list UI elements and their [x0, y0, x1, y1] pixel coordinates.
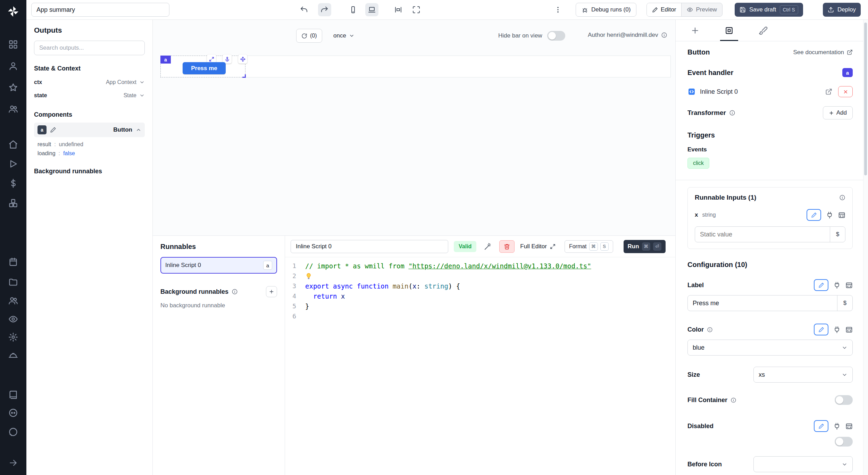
insert-component-tab[interactable] — [686, 20, 704, 41]
fill-container-toggle[interactable] — [835, 395, 853, 405]
more-menu-button[interactable] — [551, 3, 565, 16]
format-button[interactable]: Format ⌘ S — [565, 240, 613, 253]
static-input-mode-button[interactable] — [807, 209, 821, 221]
search-outputs-input[interactable] — [34, 41, 145, 55]
styling-tab[interactable] — [754, 20, 772, 41]
align-center-icon — [394, 6, 402, 14]
desktop-view-button[interactable] — [365, 3, 378, 16]
code-area[interactable]: 1 // import * as wmill from "https://den… — [285, 257, 675, 321]
color-eval-mode-button[interactable] — [845, 326, 853, 333]
app-canvas[interactable]: (0) once Hide bar on view Author henri@w… — [153, 20, 675, 235]
info-icon[interactable] — [232, 289, 238, 295]
sidebar-item-schedules[interactable] — [5, 254, 21, 269]
script-name-input[interactable] — [291, 240, 448, 253]
component-row-a[interactable]: a Button — [34, 123, 145, 137]
sidebar-item-discord[interactable] — [5, 405, 21, 420]
sidebar-collapse-button[interactable] — [5, 455, 21, 470]
fit-view-button[interactable] — [410, 3, 423, 16]
color-static-mode-button[interactable] — [814, 324, 828, 335]
align-center-button[interactable] — [392, 3, 405, 16]
debug-runs-button[interactable]: Debug runs (0) — [576, 3, 636, 17]
info-icon[interactable] — [731, 397, 736, 403]
sidebar-item-grid[interactable] — [5, 37, 21, 52]
size-select[interactable]: xs — [753, 367, 853, 383]
sidebar-item-groups[interactable] — [5, 101, 21, 117]
sidebar-item-github[interactable] — [5, 424, 21, 440]
anchor-icon — [225, 57, 230, 62]
disabled-eval-mode-button[interactable] — [845, 423, 853, 430]
eval-input-mode-button[interactable] — [838, 211, 845, 219]
resize-handle[interactable] — [242, 74, 246, 78]
disabled-static-mode-button[interactable] — [814, 420, 828, 432]
disabled-connect-mode-button[interactable] — [833, 423, 841, 430]
delete-script-button[interactable] — [499, 240, 515, 253]
color-select[interactable]: blue — [687, 340, 853, 356]
run-button[interactable]: Run ⌘ ⏎ — [624, 240, 666, 253]
undo-button[interactable] — [297, 3, 310, 16]
sidebar-item-home[interactable] — [5, 137, 21, 152]
runnable-item-inline-script-0[interactable]: Inline Script 0 a — [160, 257, 277, 274]
sidebar-item-workers[interactable] — [5, 348, 21, 364]
app-summary-input[interactable] — [31, 3, 169, 17]
static-value-input[interactable] — [695, 231, 830, 238]
detach-script-button[interactable] — [838, 86, 853, 97]
see-documentation-link[interactable]: See documentation — [793, 49, 853, 56]
sidebar-item-resources[interactable] — [5, 195, 21, 211]
info-icon[interactable] — [661, 32, 667, 38]
component-settings-tab[interactable] — [720, 20, 738, 41]
state-context-title: State & Context — [34, 65, 145, 72]
ai-assistant-button[interactable] — [482, 241, 494, 252]
sidebar-item-user[interactable] — [5, 58, 21, 74]
sidebar-item-folders[interactable] — [5, 274, 21, 290]
sidebar-item-audit[interactable] — [5, 311, 21, 327]
preview-tab[interactable]: Preview — [682, 3, 722, 16]
frequency-dropdown[interactable]: once — [333, 29, 354, 43]
sidebar-item-docs[interactable] — [5, 387, 21, 402]
template-dollar-button[interactable]: $ — [830, 227, 845, 242]
redo-button[interactable] — [318, 3, 331, 16]
ctx-row[interactable]: ctx App Context — [34, 77, 145, 88]
recompute-button[interactable]: (0) — [296, 29, 322, 43]
lightbulb-icon[interactable] — [305, 273, 312, 280]
sidebar-item-runs[interactable] — [5, 156, 21, 172]
inspector-scrollbar[interactable] — [863, 20, 868, 475]
color-connect-mode-button[interactable] — [833, 326, 841, 333]
before-icon-select[interactable] — [753, 456, 853, 472]
info-icon[interactable] — [707, 327, 713, 333]
disabled-toggle[interactable] — [835, 437, 853, 447]
scrollbar-thumb[interactable] — [864, 23, 867, 175]
label-static-mode-button[interactable] — [814, 279, 828, 291]
info-icon[interactable] — [839, 194, 845, 201]
label-value-input[interactable] — [688, 300, 837, 307]
sidebar-item-settings[interactable] — [5, 330, 21, 345]
chevron-up-icon[interactable] — [136, 127, 141, 133]
mobile-view-button[interactable] — [347, 3, 360, 16]
pencil-icon[interactable] — [50, 127, 56, 133]
pencil-icon — [818, 282, 824, 288]
deploy-button[interactable]: Deploy — [823, 3, 861, 17]
add-transformer-button[interactable]: Add — [823, 106, 853, 119]
hide-bar-toggle[interactable] — [547, 31, 565, 41]
add-background-runnable-button[interactable] — [266, 286, 277, 297]
template-dollar-button[interactable]: $ — [837, 295, 852, 311]
label-value-field: $ — [687, 295, 853, 311]
press-me-button[interactable]: Press me — [183, 62, 226, 74]
sidebar-item-favorites[interactable] — [5, 80, 21, 95]
state-row[interactable]: state State — [34, 90, 145, 101]
open-script-button[interactable] — [824, 86, 834, 97]
full-editor-button[interactable]: Full Editor — [520, 243, 556, 250]
connect-input-mode-button[interactable] — [826, 211, 833, 219]
fill-container-field-name: Fill Container — [687, 397, 727, 404]
sidebar-item-members[interactable] — [5, 293, 21, 308]
sidebar-item-variables[interactable] — [5, 176, 21, 191]
move-component-button[interactable] — [238, 55, 247, 64]
editor-tab[interactable]: Editor — [647, 3, 682, 16]
label-eval-mode-button[interactable] — [845, 282, 853, 289]
windmill-logo[interactable] — [7, 5, 19, 18]
info-icon[interactable] — [729, 110, 735, 116]
code-comment-url[interactable]: "https://deno.land/x/windmill@v1.133.0/m… — [408, 262, 591, 270]
attached-script-row[interactable]: Inline Script 0 — [687, 86, 853, 97]
save-draft-button[interactable]: Save draft Ctrl S — [735, 3, 803, 17]
colon: : — [59, 150, 60, 157]
label-connect-mode-button[interactable] — [833, 282, 841, 289]
